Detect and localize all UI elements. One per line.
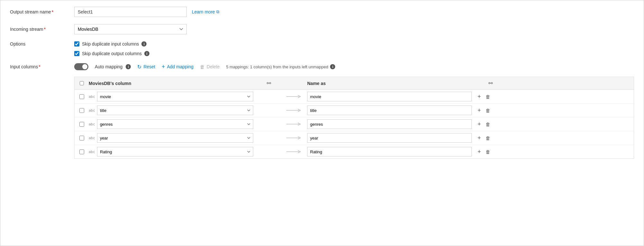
external-link-icon: ⧉ xyxy=(216,9,219,14)
row-checkbox-input-2[interactable] xyxy=(79,108,84,113)
source-select-2[interactable]: title xyxy=(97,106,253,115)
delete-row-button-4[interactable]: 🗑 xyxy=(485,135,491,141)
mapping-table: MoviesDB's column ⚯ Name as ⚯ xyxy=(74,77,634,159)
arrow-icon-5 xyxy=(286,149,302,155)
mapping-toolbar: Auto mapping i ↻ Reset + Add mapping 🗑 D… xyxy=(74,63,335,70)
learn-more-link[interactable]: Learn more ⧉ xyxy=(192,9,219,14)
row-actions-3: + 🗑 xyxy=(474,120,506,128)
header-checkbox-col xyxy=(75,81,89,85)
arrow-icon-3 xyxy=(286,121,302,127)
skip-output-info-icon: i xyxy=(144,51,149,56)
add-row-button-2[interactable]: + xyxy=(477,106,482,115)
delete-row-button-3[interactable]: 🗑 xyxy=(485,121,491,128)
row-checkbox-input-4[interactable] xyxy=(79,136,84,140)
reset-label: Reset xyxy=(143,64,155,69)
source-filter-icon[interactable]: ⚯ xyxy=(267,80,271,86)
learn-more-text: Learn more xyxy=(192,9,215,14)
table-row: abc movie + 🗑 xyxy=(75,90,634,104)
source-column-cell-5: abc Rating xyxy=(89,147,256,157)
table-row: abc genres + 🗑 xyxy=(75,117,634,131)
add-mapping-icon: + xyxy=(162,64,165,70)
name-as-filter-col: ⚯ xyxy=(474,80,506,86)
type-badge-1: abc xyxy=(89,95,95,99)
options-label: Options xyxy=(10,41,74,47)
arrow-col-5 xyxy=(282,149,307,155)
row-checkbox-input-3[interactable] xyxy=(79,122,84,127)
arrow-icon-2 xyxy=(286,107,302,113)
source-column-cell-4: abc year xyxy=(89,133,256,143)
arrow-icon-4 xyxy=(286,135,302,141)
arrow-col-2 xyxy=(282,107,307,113)
reset-button[interactable]: ↻ Reset xyxy=(137,64,155,70)
source-select-5[interactable]: Rating xyxy=(97,147,253,157)
delete-label: Delete xyxy=(207,64,219,69)
name-as-filter-icon[interactable]: ⚯ xyxy=(488,80,493,86)
source-column-cell-2: abc title xyxy=(89,106,256,115)
delete-button[interactable]: 🗑 Delete xyxy=(200,64,219,70)
row-checkbox-3 xyxy=(75,122,89,127)
reset-icon: ↻ xyxy=(137,64,141,70)
delete-icon: 🗑 xyxy=(200,64,205,70)
required-star: * xyxy=(52,9,53,14)
add-row-button-1[interactable]: + xyxy=(477,93,482,101)
table-row: abc Rating + 🗑 xyxy=(75,145,634,158)
type-badge-2: abc xyxy=(89,108,95,113)
type-badge-3: abc xyxy=(89,122,95,126)
required-star-3: * xyxy=(39,64,40,69)
arrow-col-1 xyxy=(282,94,307,99)
source-select-4[interactable]: year xyxy=(97,133,253,143)
required-star-2: * xyxy=(44,27,45,32)
table-row: abc title + 🗑 xyxy=(75,104,634,117)
source-column-cell-3: abc genres xyxy=(89,119,256,129)
table-row: abc year + 🗑 xyxy=(75,131,634,145)
skip-input-info-icon: i xyxy=(141,41,147,47)
auto-mapping-label: Auto mapping i xyxy=(95,64,131,69)
source-column-cell-1: abc movie xyxy=(89,92,256,101)
skip-duplicate-output-checkbox[interactable] xyxy=(74,51,79,56)
name-as-cell-2 xyxy=(307,106,474,115)
mapping-status: 5 mappings: 1 column(s) from the inputs … xyxy=(226,64,335,69)
name-as-cell-1 xyxy=(307,92,474,101)
select-all-checkbox[interactable] xyxy=(80,81,84,85)
input-columns-label: Input columns* xyxy=(10,64,74,69)
row-actions-1: + 🗑 xyxy=(474,93,506,101)
row-checkbox-input-5[interactable] xyxy=(79,149,84,154)
mapping-status-info-icon: i xyxy=(330,64,335,69)
skip-duplicate-input-checkbox[interactable] xyxy=(74,41,79,47)
incoming-stream-select[interactable]: MoviesDB xyxy=(74,24,187,34)
options-content: Skip duplicate input columns i Skip dupl… xyxy=(74,41,149,56)
delete-row-button-5[interactable]: 🗑 xyxy=(485,148,491,155)
add-row-button-5[interactable]: + xyxy=(477,148,482,156)
add-mapping-button[interactable]: + Add mapping xyxy=(162,64,193,70)
table-rows-container: abc movie + 🗑 abc xyxy=(75,90,634,158)
delete-row-button-1[interactable]: 🗑 xyxy=(485,93,491,100)
arrow-col-3 xyxy=(282,121,307,127)
add-row-button-3[interactable]: + xyxy=(477,120,482,128)
source-select-3[interactable]: genres xyxy=(97,119,253,129)
name-as-input-5[interactable] xyxy=(307,147,472,157)
row-checkbox-2 xyxy=(75,108,89,113)
name-as-input-1[interactable] xyxy=(307,92,472,101)
row-checkbox-input-1[interactable] xyxy=(79,94,84,99)
delete-row-button-2[interactable]: 🗑 xyxy=(485,107,491,114)
row-actions-2: + 🗑 xyxy=(474,106,506,115)
name-as-input-3[interactable] xyxy=(307,119,472,129)
name-as-cell-3 xyxy=(307,119,474,129)
name-as-col-header: Name as xyxy=(307,81,474,86)
type-badge-4: abc xyxy=(89,136,95,140)
row-actions-4: + 🗑 xyxy=(474,134,506,142)
output-stream-input[interactable] xyxy=(74,7,187,17)
output-stream-label: Output stream name* xyxy=(10,9,74,14)
auto-mapping-info-icon: i xyxy=(126,64,131,69)
name-as-input-4[interactable] xyxy=(307,133,472,143)
row-checkbox-5 xyxy=(75,149,89,154)
type-badge-5: abc xyxy=(89,150,95,154)
skip-duplicate-input-label: Skip duplicate input columns xyxy=(82,41,139,47)
row-actions-5: + 🗑 xyxy=(474,148,506,156)
incoming-stream-label: Incoming stream* xyxy=(10,27,74,32)
mapping-status-text: 5 mappings: 1 column(s) from the inputs … xyxy=(226,64,328,69)
source-select-1[interactable]: movie xyxy=(97,92,253,101)
auto-mapping-toggle[interactable] xyxy=(74,63,88,70)
add-row-button-4[interactable]: + xyxy=(477,134,482,142)
name-as-input-2[interactable] xyxy=(307,106,472,115)
